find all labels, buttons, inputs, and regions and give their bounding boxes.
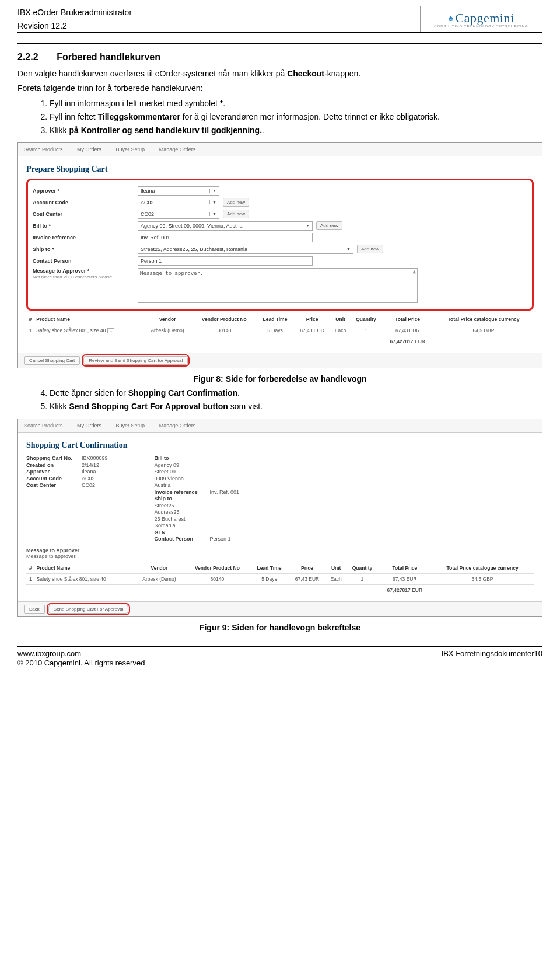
doc-revision: Revision 12.2 xyxy=(18,19,420,32)
chevron-down-icon: ▼ xyxy=(344,247,351,251)
nav-item[interactable]: Search Products xyxy=(24,147,63,152)
nav-item[interactable]: My Orders xyxy=(77,147,102,152)
table-total-row: 67,427817 EUR xyxy=(26,336,534,347)
ship-to-select[interactable]: Street25, Address25, 25, Bucharest, Roma… xyxy=(138,245,354,254)
nav-item[interactable]: Search Products xyxy=(24,423,63,428)
screenshot-prepare-cart: Search Products My Orders Buyer Setup Ma… xyxy=(18,142,542,368)
section-heading: 2.2.2 Forbered handlekurven xyxy=(18,52,542,62)
footer-url: www.ibxgroup.com xyxy=(18,649,145,658)
info-col-left: Shopping Cart No.IBX000099 Created on2/1… xyxy=(26,455,108,543)
contact-person-input[interactable]: Person 1 xyxy=(138,256,313,266)
footer-right: IBX Forretningsdokumenter10 xyxy=(442,649,542,668)
logo-tagline: CONSULTING.TECHNOLOGY.OUTSOURCING xyxy=(434,25,528,28)
app-nav: Search Products My Orders Buyer Setup Ma… xyxy=(18,143,542,156)
nav-item[interactable]: Buyer Setup xyxy=(116,423,145,428)
step-1: Fyll inn informasjon i felt merket med s… xyxy=(50,97,542,110)
app-nav: Search Products My Orders Buyer Setup Ma… xyxy=(18,419,542,433)
step-3: Klikk på Kontroller og send handlekurv t… xyxy=(50,124,542,137)
approver-select[interactable]: Ileana▼ xyxy=(138,186,219,196)
chevron-down-icon: ▼ xyxy=(303,224,310,228)
nav-item[interactable]: Buyer Setup xyxy=(116,147,145,152)
invoice-ref-label: Invoice reference xyxy=(33,235,138,240)
account-code-label: Account Code xyxy=(33,200,138,205)
cost-center-label: Cost Center xyxy=(33,211,138,217)
cart-table: # Product Name Vendor Vendor Product No … xyxy=(26,314,534,347)
info-col-right: Bill to Agency 09 Street 09 0009 Vienna … xyxy=(155,455,239,543)
paragraph-intro: Den valgte handlekurven overføres til eO… xyxy=(18,68,542,79)
cancel-cart-button[interactable]: Cancel Shopping Cart xyxy=(24,356,80,365)
table-total-row: 67,427817 EUR xyxy=(26,584,534,595)
page-header: IBX eOrder Brukeradministrator Revision … xyxy=(18,6,542,33)
info-summary: Shopping Cart No.IBX000099 Created on2/1… xyxy=(26,455,534,543)
account-code-select[interactable]: AC02▼ xyxy=(138,198,219,207)
nav-item[interactable]: Manage Orders xyxy=(159,147,196,152)
step-4: Dette åpner siden for Shopping Cart Conf… xyxy=(50,387,542,399)
table-header-row: # Product Name Vendor Vendor Product No … xyxy=(26,314,534,325)
screenshot-heading: Prepare Shopping Cart xyxy=(26,165,534,174)
review-send-button[interactable]: Review and Send Shopping Cart for Approv… xyxy=(83,356,188,365)
bill-to-label: Bill to * xyxy=(33,223,138,229)
add-new-button[interactable]: Add new xyxy=(223,198,249,207)
add-new-button[interactable]: Add new xyxy=(357,245,383,253)
invoice-ref-input[interactable]: Inv. Ref. 001 xyxy=(138,233,313,242)
scroll-up-icon: ▲ xyxy=(413,269,416,274)
logo-text: Capgemini xyxy=(455,11,514,26)
message-textarea[interactable]: Message to approver. ▲ xyxy=(138,268,418,303)
message-block: Message to Approver Message to approver. xyxy=(26,548,534,559)
section-title: Forbered handlekurven xyxy=(57,52,160,62)
chevron-down-icon: ▼ xyxy=(209,200,216,204)
horizontal-rule xyxy=(18,43,542,44)
steps-list-1: Fyll inn informasjon i felt merket med s… xyxy=(18,97,542,137)
doc-title: IBX eOrder Brukeradministrator xyxy=(18,6,420,19)
chevron-down-icon: ▼ xyxy=(209,212,216,216)
screenshot-footer: Back Send Shopping Cart For Approval xyxy=(18,601,542,616)
screenshot-confirmation: Search Products My Orders Buyer Setup Ma… xyxy=(18,419,542,617)
table-row: 1 Safety shoe Stålex 801, size 40 ⌄ Arbe… xyxy=(26,325,534,336)
contact-person-label: Contact Person xyxy=(33,258,138,264)
chevron-down-icon: ▼ xyxy=(209,189,216,193)
expand-icon[interactable]: ⌄ xyxy=(107,328,114,333)
add-new-button[interactable]: Add new xyxy=(316,221,342,230)
back-button[interactable]: Back xyxy=(24,605,45,614)
send-for-approval-button[interactable]: Send Shopping Cart For Approval xyxy=(48,605,129,614)
page-footer: www.ibxgroup.com © 2010 Capgemini. All r… xyxy=(18,646,542,668)
cart-table: # Product Name Vendor Vendor Product No … xyxy=(26,563,534,595)
nav-item[interactable]: My Orders xyxy=(77,423,102,428)
spade-icon: ♠ xyxy=(448,13,453,23)
section-number: 2.2.2 xyxy=(18,52,38,62)
screenshot-heading: Shopping Cart Confirmation xyxy=(26,441,534,450)
footer-copyright: © 2010 Capgemini. All rights reserved xyxy=(18,658,145,667)
step-5: Klikk Send Shopping Cart For Approval bu… xyxy=(50,400,542,413)
add-new-button[interactable]: Add new xyxy=(223,210,249,218)
logo: ♠ Capgemini CONSULTING.TECHNOLOGY.OUTSOU… xyxy=(420,6,542,32)
message-label: Message to Approver * Not more than 2000… xyxy=(33,268,138,280)
table-header-row: # Product Name Vendor Vendor Product No … xyxy=(26,563,534,574)
table-row: 1 Safety shoe Stålex 801, size 40 Arbesk… xyxy=(26,573,534,584)
bill-to-select[interactable]: Agency 09, Street 09, 0009, Vienna, Aust… xyxy=(138,221,313,231)
steps-list-2: Dette åpner siden for Shopping Cart Conf… xyxy=(18,387,542,413)
paragraph-lead: Foreta følgende trinn for å forberede ha… xyxy=(18,83,542,94)
screenshot-footer: Cancel Shopping Cart Review and Send Sho… xyxy=(18,353,542,368)
figure-8-caption: Figur 8: Side for forberedelse av handle… xyxy=(18,374,542,384)
figure-9-caption: Figur 9: Siden for handlevogn bekreftels… xyxy=(18,623,542,632)
step-2: Fyll inn feltet Tilleggskommentarer for … xyxy=(50,111,542,123)
approver-label: Approver * xyxy=(33,188,138,194)
cost-center-select[interactable]: CC02▼ xyxy=(138,210,219,219)
ship-to-label: Ship to * xyxy=(33,246,138,252)
nav-item[interactable]: Manage Orders xyxy=(159,423,196,428)
highlight-box: Approver * Ileana▼ Account Code AC02▼ Ad… xyxy=(26,179,534,311)
